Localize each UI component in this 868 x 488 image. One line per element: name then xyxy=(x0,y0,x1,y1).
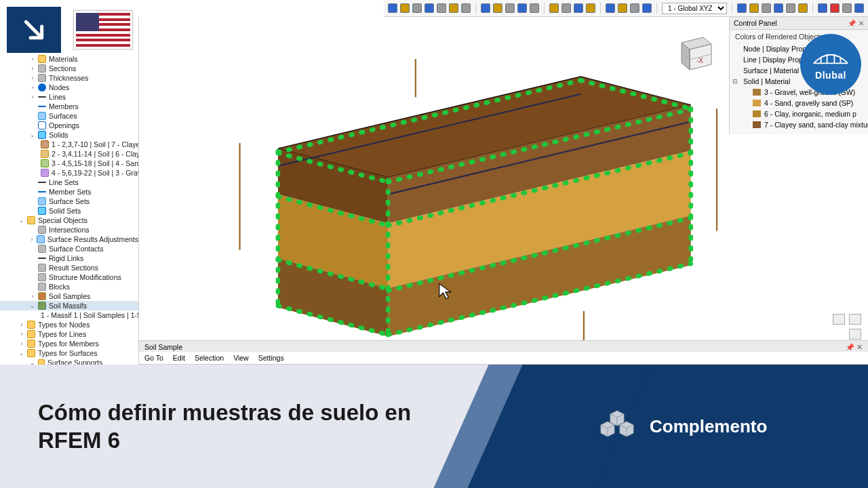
toolbar-icon[interactable] xyxy=(530,3,539,13)
toolbar-icon[interactable] xyxy=(449,3,458,13)
tree-item[interactable]: 1 - Massif 1 | Soil Samples | 1-9 xyxy=(41,311,138,319)
tree-item[interactable]: Surface Contacts xyxy=(49,245,104,253)
tree-item[interactable]: Rigid Links xyxy=(49,254,83,262)
toolbar-icon[interactable] xyxy=(854,3,864,13)
tree-item[interactable]: Solid Sets xyxy=(49,207,81,215)
toolbar-icon[interactable] xyxy=(774,3,783,13)
cp-entry[interactable]: Surface | Material xyxy=(743,66,799,75)
pin-icon[interactable]: 📌 xyxy=(846,343,854,351)
tree-item[interactable]: Surface Results Adjustments xyxy=(47,235,138,243)
solid-color-icon xyxy=(41,140,49,148)
tree-item[interactable]: Solids xyxy=(49,131,68,139)
menu-settings[interactable]: Settings xyxy=(258,354,284,362)
tree-item[interactable]: Members xyxy=(49,102,79,110)
toolbar-icon[interactable] xyxy=(574,3,583,13)
toolbar-icon[interactable] xyxy=(549,3,559,13)
tree-item-selected[interactable]: Soil Massifs xyxy=(49,302,87,310)
view-icon[interactable] xyxy=(849,314,861,325)
view-icon[interactable] xyxy=(833,314,845,325)
tree-item[interactable]: Materials xyxy=(49,55,78,63)
toolbar-icon[interactable] xyxy=(517,3,527,13)
tree-item[interactable]: Sections xyxy=(49,64,76,73)
toolbar-icon[interactable] xyxy=(481,3,490,13)
toolbar-icon[interactable] xyxy=(586,3,595,13)
rigidlink-icon xyxy=(38,258,46,259)
delete-icon[interactable] xyxy=(830,3,840,13)
view-mode-icons[interactable] xyxy=(833,314,861,325)
close-icon[interactable]: ✕ xyxy=(859,20,864,27)
toolbar-icon[interactable] xyxy=(762,3,771,13)
cp-entry[interactable]: 4 - Sand, gravelly sand (SP) xyxy=(764,99,853,107)
tree-item[interactable]: 4 - 5,6,19-22 | Soil | 3 - Gravel, well-… xyxy=(52,169,138,177)
tree-item[interactable]: Soil Samples xyxy=(49,292,90,300)
tree-item[interactable]: Surface Sets xyxy=(49,197,90,205)
tree-item[interactable]: Openings xyxy=(49,121,79,129)
sections-icon xyxy=(38,64,46,73)
toolbar-icon[interactable] xyxy=(749,3,759,13)
folder-icon xyxy=(27,340,35,348)
tree-item[interactable]: Line Sets xyxy=(49,178,79,186)
toolbar-icon[interactable] xyxy=(505,3,515,13)
tree-item[interactable]: Member Sets xyxy=(49,188,91,196)
tree-item[interactable]: Result Sections xyxy=(49,264,98,272)
soil-sample-menu: Go To Edit Selection View Settings xyxy=(139,352,868,365)
view-list-icon[interactable] xyxy=(849,329,861,340)
tree-item[interactable]: Types for Nodes xyxy=(38,321,90,329)
cp-entry[interactable]: 6 - Clay, inorganic, medium p xyxy=(764,110,856,118)
toolbar-icon[interactable] xyxy=(737,3,747,13)
solid-icon xyxy=(38,131,46,139)
toolbar-icon[interactable] xyxy=(798,3,808,13)
toolbar-icon[interactable] xyxy=(842,3,852,13)
tree-item[interactable]: Types for Lines xyxy=(38,330,86,338)
pin-icon[interactable]: 📌 xyxy=(848,20,856,27)
toolbar-icon[interactable] xyxy=(630,3,639,13)
toolbar-icon[interactable] xyxy=(618,3,627,13)
tree-item[interactable]: Lines xyxy=(49,93,66,101)
toolbar-icon[interactable] xyxy=(437,3,446,13)
toolbar-icon[interactable] xyxy=(412,3,422,13)
close-icon[interactable]: ✕ xyxy=(856,343,863,351)
tree-item[interactable]: 3 - 4,5,15-18 | Soil | 4 - Sand, gravell… xyxy=(52,159,138,167)
line-icon xyxy=(38,96,46,98)
color-swatch xyxy=(753,100,761,106)
toolbar-icon[interactable] xyxy=(642,3,652,13)
list-icon[interactable] xyxy=(849,329,861,340)
panel-title: Soil Sample xyxy=(144,343,182,352)
resultsection-icon xyxy=(38,264,46,272)
soilsample-icon xyxy=(38,292,46,300)
tree-item[interactable]: Nodes xyxy=(49,83,69,92)
tree-item[interactable]: 2 - 3,4,11-14 | Soil | 6 - Clay, inorgan… xyxy=(52,150,138,158)
tree-item[interactable]: Thicknesses xyxy=(49,74,88,82)
toolbar-icon[interactable] xyxy=(786,3,795,13)
tree-item[interactable]: Types for Members xyxy=(38,340,99,348)
tree-item[interactable]: Blocks xyxy=(49,283,70,291)
structmod-icon xyxy=(38,273,46,281)
folder-icon xyxy=(27,349,35,357)
tree-item[interactable]: Special Objects xyxy=(38,216,87,224)
tree-item[interactable]: Surfaces xyxy=(49,112,77,120)
footer-right-text: Complemento xyxy=(650,416,767,437)
tree-item[interactable]: Types for Surfaces xyxy=(38,349,98,357)
member-icon xyxy=(38,106,46,107)
tree-item[interactable]: Structure Modifications xyxy=(49,273,121,281)
toolbar-icon[interactable] xyxy=(425,3,434,13)
menu-selection[interactable]: Selection xyxy=(195,354,224,362)
tree-item[interactable]: Intersections xyxy=(49,226,90,234)
orientation-cube[interactable]: -X xyxy=(668,30,715,78)
tree-item[interactable]: 1 - 2,3,7-10 | Soil | 7 - Clayey sand, s… xyxy=(52,140,138,148)
toolbar-icon[interactable] xyxy=(461,3,471,13)
arrow-icon xyxy=(7,7,61,53)
cp-entry[interactable]: 7 - Clayey sand, sand-clay mixtur xyxy=(764,121,868,129)
toolbar-icon[interactable] xyxy=(400,3,410,13)
soilmassif-icon xyxy=(38,302,46,310)
toolbar-icon[interactable] xyxy=(493,3,502,13)
menu-goto[interactable]: Go To xyxy=(144,354,163,362)
toolbar-icon[interactable] xyxy=(561,3,571,13)
toolbar-icon[interactable] xyxy=(818,3,827,13)
toolbar-icon[interactable] xyxy=(388,3,397,13)
cp-entry[interactable]: Solid | Material xyxy=(743,77,790,85)
toolbar-icon[interactable] xyxy=(606,3,615,13)
coord-system-select[interactable]: 1 - Global XYZ xyxy=(662,3,727,14)
menu-edit[interactable]: Edit xyxy=(173,354,185,362)
menu-view[interactable]: View xyxy=(233,354,249,362)
